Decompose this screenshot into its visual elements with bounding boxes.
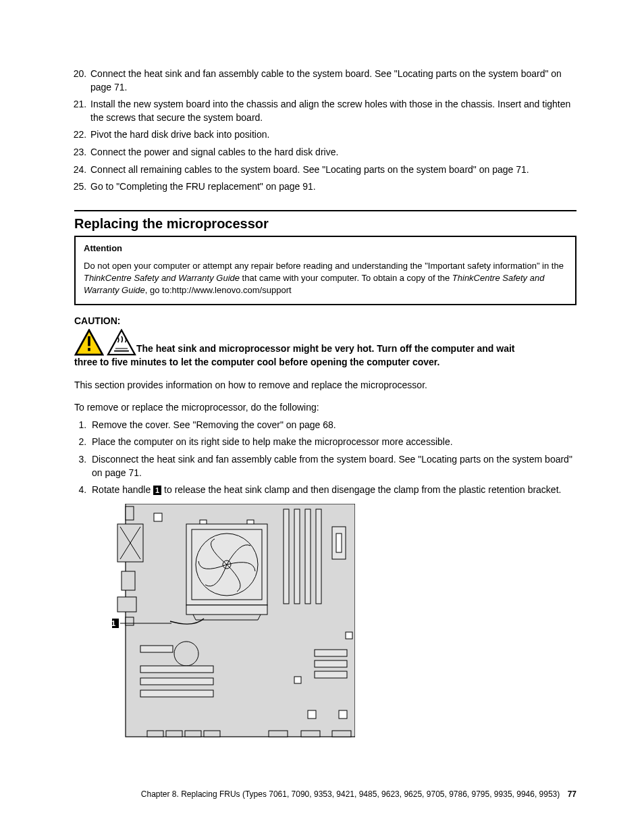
attention-box: Attention Do not open your computer or a… bbox=[74, 236, 576, 305]
list-item: Pivot the hard disk drive back into posi… bbox=[89, 128, 576, 142]
svg-rect-44 bbox=[185, 731, 201, 737]
svg-rect-48 bbox=[332, 731, 351, 737]
svg-rect-41 bbox=[339, 710, 347, 719]
text: Rotate handle bbox=[92, 484, 153, 495]
section-rule bbox=[74, 210, 576, 211]
list-item: Go to "Completing the FRU replacement" o… bbox=[89, 180, 576, 194]
page-footer: Chapter 8. Replacing FRUs (Types 7061, 7… bbox=[141, 789, 576, 800]
svg-rect-12 bbox=[117, 597, 136, 612]
svg-rect-39 bbox=[294, 677, 301, 683]
list-item: Disconnect the heat sink and fan assembl… bbox=[89, 453, 576, 479]
hot-surface-icon bbox=[107, 329, 136, 356]
italic-title: ThinkCentre Safety and Warranty Guide bbox=[84, 273, 240, 283]
procedure-steps: Remove the cover. See "Removing the cove… bbox=[74, 419, 576, 740]
svg-rect-36 bbox=[315, 650, 347, 656]
svg-rect-16 bbox=[154, 513, 162, 521]
svg-rect-2 bbox=[88, 348, 90, 351]
text: , go to:http://www.lenovo.com/support bbox=[145, 285, 292, 295]
svg-rect-35 bbox=[140, 690, 213, 697]
svg-rect-11 bbox=[122, 571, 135, 590]
svg-rect-25 bbox=[294, 509, 300, 604]
svg-rect-38 bbox=[315, 671, 347, 678]
caution-label: CAUTION: bbox=[74, 315, 576, 328]
text: Do not open your computer or attempt any… bbox=[84, 261, 564, 271]
svg-rect-40 bbox=[308, 710, 316, 719]
text: to release the heat sink clamp and then … bbox=[161, 484, 561, 495]
body-paragraph: This section provides information on how… bbox=[74, 379, 576, 392]
svg-rect-45 bbox=[204, 731, 220, 737]
svg-rect-47 bbox=[301, 731, 320, 737]
svg-rect-1 bbox=[88, 336, 90, 346]
caution-text-line1: The heat sink and microprocessor might b… bbox=[136, 344, 515, 355]
list-item: Remove the cover. See "Removing the cove… bbox=[89, 419, 576, 432]
svg-rect-37 bbox=[315, 660, 347, 667]
section-title: Replacing the microprocessor bbox=[74, 214, 576, 233]
svg-rect-34 bbox=[140, 678, 213, 685]
page-number: 77 bbox=[568, 789, 576, 799]
body-paragraph: To remove or replace the microprocessor,… bbox=[74, 401, 576, 415]
svg-rect-29 bbox=[336, 533, 342, 552]
svg-rect-7 bbox=[126, 506, 134, 520]
warning-triangle-icon bbox=[74, 329, 104, 356]
svg-rect-13 bbox=[126, 617, 134, 625]
document-page: Connect the heat sink and fan assembly c… bbox=[0, 0, 644, 834]
attention-title: Attention bbox=[84, 242, 567, 255]
caution-block: CAUTION: The heat sink and microprocesso… bbox=[74, 315, 576, 369]
svg-rect-32 bbox=[140, 646, 173, 652]
list-item: Connect all remaining cables to the syst… bbox=[89, 163, 576, 177]
motherboard-figure: 1 bbox=[112, 504, 355, 740]
caution-text-line2: three to five minutes to let the compute… bbox=[74, 356, 576, 369]
list-item: Rotate handle 1 to release the heat sink… bbox=[89, 484, 576, 740]
continued-steps-list: Connect the heat sink and fan assembly c… bbox=[74, 68, 576, 194]
svg-rect-42 bbox=[147, 731, 163, 737]
list-item: Connect the heat sink and fan assembly c… bbox=[89, 68, 576, 94]
svg-rect-27 bbox=[316, 509, 321, 604]
list-item: Connect the power and signal cables to t… bbox=[89, 146, 576, 159]
svg-rect-43 bbox=[166, 731, 182, 737]
callout-number: 1 bbox=[153, 486, 161, 495]
list-item: Place the computer on its right side to … bbox=[89, 436, 576, 449]
svg-rect-30 bbox=[346, 632, 352, 639]
svg-rect-24 bbox=[284, 509, 289, 604]
footer-text: Chapter 8. Replacing FRUs (Types 7061, 7… bbox=[141, 789, 560, 799]
svg-rect-46 bbox=[269, 731, 288, 737]
attention-text: Do not open your computer or attempt any… bbox=[84, 260, 567, 297]
caution-icons bbox=[74, 329, 136, 356]
list-item: Install the new system board into the ch… bbox=[89, 98, 576, 124]
text: that came with your computer. To obtain … bbox=[240, 273, 452, 283]
svg-rect-23 bbox=[186, 605, 267, 615]
svg-rect-33 bbox=[140, 666, 213, 673]
figure-callout-1: 1 bbox=[112, 619, 115, 627]
svg-rect-26 bbox=[305, 509, 311, 604]
